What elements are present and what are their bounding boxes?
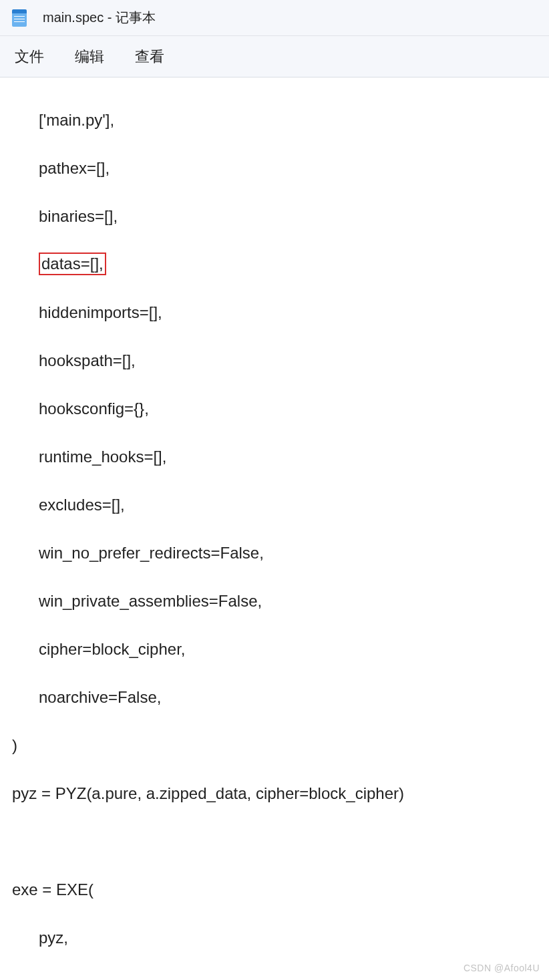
code-text: hooksconfig={}, [39, 399, 149, 418]
code-line: runtime_hooks=[], [12, 445, 537, 469]
code-line: win_no_prefer_redirects=False, [12, 541, 537, 565]
code-text: excludes=[], [39, 496, 125, 514]
code-text: binaries=[], [39, 207, 118, 225]
code-text: ['main.py'], [39, 111, 114, 129]
code-line: hooksconfig={}, [12, 397, 537, 421]
code-line: datas=[], [12, 253, 537, 277]
code-text: hiddenimports=[], [39, 303, 162, 321]
code-line: pyz = PYZ(a.pure, a.zipped_data, cipher=… [12, 782, 537, 806]
code-text: runtime_hooks=[], [39, 448, 166, 466]
code-line: pathex=[], [12, 156, 537, 180]
code-text: pyz, [39, 929, 68, 947]
code-text: pyz = PYZ(a.pure, a.zipped_data, cipher=… [12, 784, 404, 802]
menu-view[interactable]: 查看 [135, 47, 164, 67]
code-text: win_private_assemblies=False, [39, 592, 262, 610]
code-text: noarchive=False, [39, 688, 161, 706]
menu-edit[interactable]: 编辑 [75, 47, 104, 67]
code-text: win_no_prefer_redirects=False, [39, 544, 264, 562]
notepad-icon [12, 9, 27, 27]
code-line: hiddenimports=[], [12, 301, 537, 325]
window-title: main.spec - 记事本 [43, 9, 156, 27]
code-text: pathex=[], [39, 159, 110, 177]
code-line: exe = EXE( [12, 878, 537, 902]
code-line: binaries=[], [12, 204, 537, 228]
menubar: 文件 编辑 查看 [0, 36, 549, 77]
code-line: a.scripts, [12, 974, 537, 980]
watermark-text: CSDN @Afool4U [464, 963, 540, 973]
code-line: ) [12, 733, 537, 758]
code-line: ['main.py'], [12, 108, 537, 132]
code-line: cipher=block_cipher, [12, 637, 537, 661]
code-line: hookspath=[], [12, 349, 537, 373]
code-line: pyz, [12, 926, 537, 950]
menu-file[interactable]: 文件 [15, 47, 44, 67]
editor-area[interactable]: ['main.py'], pathex=[], binaries=[], dat… [0, 77, 549, 980]
code-text: exe = EXE( [12, 880, 94, 899]
code-text: hookspath=[], [39, 351, 136, 369]
code-line: noarchive=False, [12, 685, 537, 709]
titlebar: main.spec - 记事本 [0, 0, 549, 36]
code-text: a.scripts, [39, 977, 103, 980]
highlight-datas: datas=[], [39, 253, 106, 275]
code-line: win_private_assemblies=False, [12, 589, 537, 613]
code-line: excludes=[], [12, 493, 537, 517]
code-text: ) [12, 736, 17, 754]
code-text: cipher=block_cipher, [39, 640, 185, 658]
code-line [12, 830, 537, 854]
